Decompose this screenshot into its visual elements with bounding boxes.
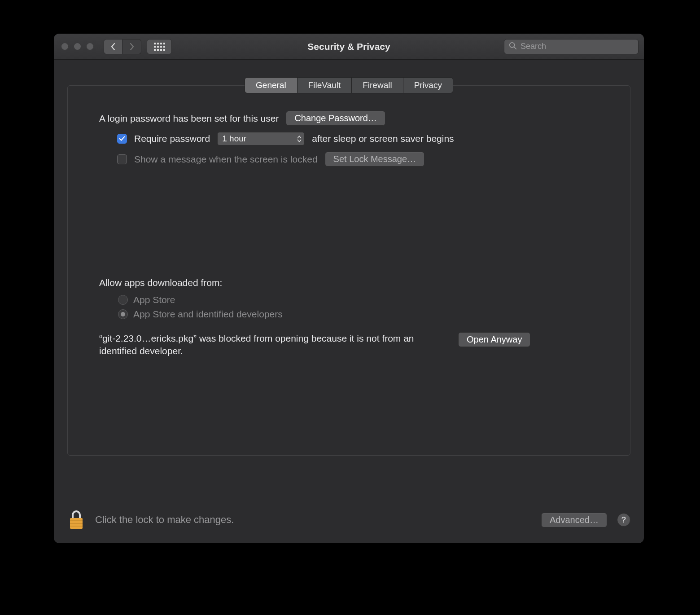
allow-apps-radio-appstore[interactable] (118, 295, 128, 305)
tab-privacy[interactable]: Privacy (403, 78, 453, 93)
show-lock-message-checkbox[interactable] (117, 154, 127, 164)
general-panel: A login password has been set for this u… (67, 85, 630, 456)
tab-general[interactable]: General (245, 78, 297, 93)
tab-filevault[interactable]: FileVault (297, 78, 352, 93)
svg-line-1 (514, 47, 516, 49)
set-lock-message-button[interactable]: Set Lock Message… (325, 152, 425, 167)
search-field[interactable] (504, 39, 639, 54)
require-password-delay-value: 1 hour (222, 134, 246, 144)
stepper-icon (297, 136, 302, 142)
tab-firewall[interactable]: Firewall (351, 78, 402, 93)
section-divider (86, 261, 612, 261)
advanced-button[interactable]: Advanced… (541, 513, 607, 527)
preferences-window: Security & Privacy General FileVault Fir… (54, 34, 644, 543)
open-anyway-button[interactable]: Open Anyway (458, 332, 530, 347)
forward-button[interactable] (122, 39, 141, 54)
lock-hint-text: Click the lock to make changes. (95, 514, 234, 526)
change-password-button[interactable]: Change Password… (286, 111, 385, 126)
nav-buttons (104, 39, 141, 54)
allow-apps-radio-identified[interactable] (118, 309, 128, 319)
require-password-delay-select[interactable]: 1 hour (217, 132, 305, 145)
window-controls (61, 43, 94, 50)
require-password-label-after: after sleep or screen saver begins (312, 133, 454, 144)
blocked-app-text: “git-2.23.0…ericks.pkg” was blocked from… (99, 332, 440, 358)
login-password-text: A login password has been set for this u… (99, 113, 279, 124)
require-password-checkbox[interactable] (117, 134, 127, 144)
allow-apps-label-appstore: App Store (133, 294, 175, 305)
svg-point-0 (510, 42, 515, 47)
help-button[interactable]: ? (617, 513, 630, 527)
require-password-label-before: Require password (134, 133, 210, 144)
minimize-window-button[interactable] (74, 43, 81, 50)
tab-bar: General FileVault Firewall Privacy (67, 77, 630, 93)
lock-icon[interactable] (67, 509, 85, 531)
allow-apps-heading: Allow apps downloaded from: (99, 277, 599, 288)
show-lock-message-label: Show a message when the screen is locked (134, 154, 318, 165)
titlebar: Security & Privacy (54, 34, 644, 60)
footer: Click the lock to make changes. Advanced… (67, 509, 630, 531)
show-all-button[interactable] (147, 39, 172, 54)
search-icon (509, 42, 517, 52)
zoom-window-button[interactable] (86, 43, 94, 50)
allow-apps-label-identified: App Store and identified developers (133, 309, 283, 320)
search-input[interactable] (521, 42, 634, 51)
grid-icon (154, 43, 165, 51)
close-window-button[interactable] (61, 43, 69, 50)
back-button[interactable] (104, 39, 122, 54)
